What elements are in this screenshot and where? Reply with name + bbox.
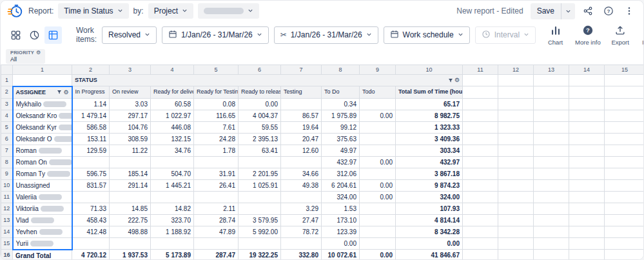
priority-settings-icon[interactable]: ⚙ xyxy=(36,50,41,55)
export-action-button[interactable]: Export xyxy=(606,23,635,47)
status-column-header[interactable]: Ready for delivery xyxy=(151,86,194,99)
empty-cell[interactable] xyxy=(569,98,605,110)
value-cell[interactable] xyxy=(151,237,194,250)
assignee-cell[interactable]: Oleksandr O xyxy=(13,133,72,145)
empty-cell[interactable] xyxy=(498,121,534,133)
empty-cell[interactable] xyxy=(534,179,569,191)
value-cell[interactable]: 412.48 xyxy=(72,226,110,237)
status-column-header[interactable]: To Do xyxy=(322,86,360,99)
empty-cell[interactable] xyxy=(463,226,498,237)
empty-cell[interactable] xyxy=(463,86,498,99)
value-cell[interactable]: 19 322.25 xyxy=(239,250,281,260)
column-number-header[interactable]: 4 xyxy=(151,65,194,75)
empty-cell[interactable] xyxy=(569,237,605,250)
total-cell[interactable]: 4 814.14 xyxy=(396,214,463,226)
value-cell[interactable]: 49.38 xyxy=(281,179,322,191)
empty-cell[interactable] xyxy=(463,156,498,168)
empty-cell[interactable] xyxy=(463,214,498,226)
empty-cell[interactable] xyxy=(463,191,498,203)
column-settings-icon[interactable]: ⚙ xyxy=(63,90,68,95)
value-cell[interactable]: 14.85 xyxy=(110,203,151,214)
empty-cell[interactable] xyxy=(498,98,534,110)
status-column-header[interactable]: On review xyxy=(110,86,151,99)
empty-cell[interactable] xyxy=(463,133,498,145)
column-number-header[interactable]: 7 xyxy=(281,65,322,75)
value-cell[interactable]: 4 720.12 xyxy=(72,250,110,260)
empty-cell[interactable] xyxy=(463,237,498,250)
total-cell[interactable]: 0.00 xyxy=(396,237,463,250)
empty-cell[interactable] xyxy=(534,214,569,226)
empty-cell[interactable] xyxy=(498,75,534,86)
value-cell[interactable]: 586.58 xyxy=(72,121,110,133)
value-cell[interactable]: 0.00 xyxy=(360,110,396,121)
empty-cell[interactable] xyxy=(13,75,72,86)
status-column-header[interactable]: Ready to release xyxy=(239,86,281,99)
total-cell[interactable]: 432.97 xyxy=(396,156,463,168)
value-cell[interactable]: 1 188.92 xyxy=(151,226,194,237)
row-number[interactable]: 2 xyxy=(1,86,13,99)
empty-cell[interactable] xyxy=(463,75,498,86)
row-number[interactable]: 13 xyxy=(1,214,13,226)
value-cell[interactable] xyxy=(151,156,194,168)
empty-cell[interactable] xyxy=(534,133,569,145)
assignee-cell[interactable]: Roman Ty xyxy=(13,168,72,179)
total-cell[interactable]: 324.00 xyxy=(396,191,463,203)
empty-cell[interactable] xyxy=(569,145,605,156)
row-number[interactable]: 16 xyxy=(1,250,13,260)
assignee-cell[interactable]: Viktoriia xyxy=(13,203,72,214)
value-cell[interactable] xyxy=(360,214,396,226)
row-number[interactable]: 8 xyxy=(1,156,13,168)
empty-cell[interactable] xyxy=(534,98,569,110)
value-cell[interactable]: 31.91 xyxy=(194,168,239,179)
empty-cell[interactable] xyxy=(569,168,605,179)
filter-icon[interactable] xyxy=(448,78,453,83)
total-cell[interactable]: 65.17 xyxy=(396,98,463,110)
value-cell[interactable] xyxy=(360,121,396,133)
value-cell[interactable]: 0.00 xyxy=(322,237,360,250)
pivot-view-button[interactable] xyxy=(44,26,62,44)
value-cell[interactable] xyxy=(72,191,110,203)
empty-cell[interactable] xyxy=(498,133,534,145)
empty-cell[interactable] xyxy=(534,226,569,237)
total-cell[interactable]: 107.93 xyxy=(396,203,463,214)
row-number[interactable]: 12 xyxy=(1,203,13,214)
value-cell[interactable]: 1 479.14 xyxy=(72,110,110,121)
empty-cell[interactable] xyxy=(498,203,534,214)
value-cell[interactable]: 1 937.53 xyxy=(110,250,151,260)
value-cell[interactable]: 60.58 xyxy=(151,98,194,110)
filter-icon[interactable] xyxy=(57,90,62,95)
value-cell[interactable]: 0.00 xyxy=(360,191,396,203)
column-number-header[interactable]: 15 xyxy=(605,65,644,75)
value-cell[interactable] xyxy=(239,203,281,214)
value-cell[interactable]: 14.82 xyxy=(151,203,194,214)
empty-cell[interactable] xyxy=(534,75,569,86)
value-cell[interactable]: 1 022.97 xyxy=(151,110,194,121)
column-settings-icon[interactable]: ⚙ xyxy=(454,77,460,83)
total-cell[interactable]: 8 342.28 xyxy=(396,226,463,237)
row-number[interactable]: 10 xyxy=(1,179,13,191)
empty-cell[interactable] xyxy=(569,191,605,203)
value-cell[interactable]: 19.64 xyxy=(281,121,322,133)
assignee-cell[interactable]: Unassigned xyxy=(13,179,72,191)
value-cell[interactable]: 498.88 xyxy=(110,226,151,237)
value-cell[interactable]: 3.03 xyxy=(110,98,151,110)
work-items-dropdown[interactable]: Resolved xyxy=(102,26,157,44)
assignee-header-cell[interactable]: ASSIGNEE⚙ xyxy=(13,86,72,99)
value-cell[interactable]: 12.60 xyxy=(281,145,322,156)
value-cell[interactable] xyxy=(151,191,194,203)
row-number[interactable]: 9 xyxy=(1,168,13,179)
column-number-header[interactable]: 14 xyxy=(569,65,605,75)
column-number-header[interactable]: 6 xyxy=(239,65,281,75)
empty-cell[interactable] xyxy=(605,237,644,250)
value-cell[interactable]: 47.89 xyxy=(194,226,239,237)
more-info-action-button[interactable]: ? More info xyxy=(572,23,603,47)
empty-cell[interactable] xyxy=(605,133,644,145)
empty-cell[interactable] xyxy=(605,98,644,110)
value-cell[interactable] xyxy=(360,237,396,250)
value-cell[interactable] xyxy=(194,191,239,203)
value-cell[interactable]: 153.11 xyxy=(72,133,110,145)
assignee-cell[interactable]: Yevhen xyxy=(13,226,72,237)
value-cell[interactable] xyxy=(360,203,396,214)
value-cell[interactable]: 71.33 xyxy=(72,203,110,214)
save-options-button[interactable] xyxy=(561,3,575,19)
